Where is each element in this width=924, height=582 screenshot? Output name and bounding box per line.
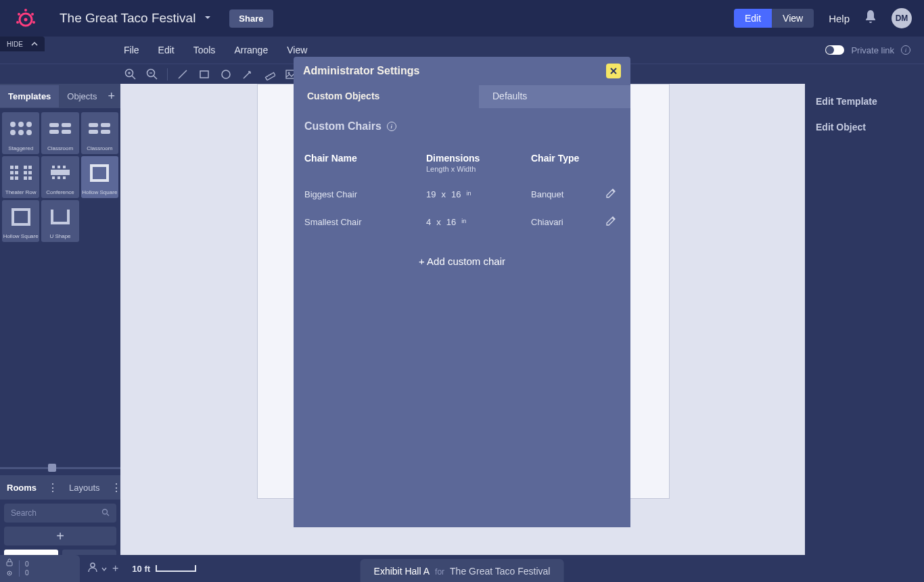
- search-input[interactable]: Search: [4, 504, 116, 523]
- edit-object-link[interactable]: Edit Object: [816, 122, 913, 132]
- private-link-label: Private link: [851, 45, 894, 55]
- add-room-button[interactable]: +: [4, 527, 116, 545]
- col-chair-type: Chair Type: [531, 153, 605, 164]
- template-classroom-2[interactable]: Classroom: [81, 112, 118, 154]
- template-size-slider[interactable]: [0, 462, 120, 475]
- private-link-toggle[interactable]: [825, 45, 844, 55]
- app-logo[interactable]: [12, 5, 39, 32]
- svg-point-24: [10, 122, 16, 127]
- chair-row: Biggest Chair 19 x 16 in Banquet: [304, 188, 620, 201]
- svg-rect-57: [91, 166, 108, 180]
- modal-section-title: Custom Chairs: [304, 120, 382, 132]
- svg-point-28: [18, 130, 24, 135]
- add-custom-chair-button[interactable]: + Add custom chair: [304, 256, 620, 267]
- footer-breadcrumb[interactable]: Exhibit Hall A for The Great Taco Festiv…: [361, 559, 564, 582]
- menu-tools[interactable]: Tools: [193, 45, 216, 55]
- info-icon[interactable]: i: [901, 45, 910, 55]
- svg-point-2: [24, 9, 27, 11]
- svg-rect-44: [24, 171, 27, 174]
- edit-chair-icon[interactable]: [605, 188, 626, 201]
- user-avatar[interactable]: DM: [892, 8, 912, 28]
- template-conference[interactable]: Conference: [41, 156, 78, 198]
- line-tool-icon[interactable]: [176, 68, 189, 81]
- ruler-tool-icon[interactable]: [262, 68, 276, 81]
- add-tab-icon[interactable]: +: [108, 89, 115, 103]
- left-sidebar: Templates Objects + Staggered Classroom …: [0, 84, 120, 582]
- chair-unit: in: [466, 190, 471, 197]
- arrow-tool-icon[interactable]: [241, 68, 254, 81]
- template-staggered[interactable]: Staggered: [2, 112, 39, 154]
- svg-line-14: [179, 70, 187, 78]
- svg-point-29: [26, 130, 32, 135]
- svg-line-12: [154, 76, 157, 79]
- svg-rect-39: [15, 166, 18, 169]
- lock-count: 0: [25, 560, 29, 568]
- template-u-shape[interactable]: U Shape: [41, 200, 78, 242]
- zoom-in-icon[interactable]: [124, 68, 137, 81]
- menu-arrange[interactable]: Arrange: [234, 45, 268, 55]
- template-hollow-square-2[interactable]: Hollow Square: [2, 200, 39, 242]
- top-header: The Great Taco Festival Share Edit View …: [0, 0, 924, 37]
- svg-rect-42: [10, 171, 14, 174]
- close-modal-button[interactable]: [606, 64, 621, 78]
- chair-name: Biggest Chair: [304, 189, 426, 199]
- rooms-options-icon[interactable]: ⋮: [43, 481, 62, 494]
- menu-view[interactable]: View: [287, 45, 307, 55]
- hide-sidebar-tab[interactable]: HIDE: [0, 37, 45, 51]
- rooms-tab[interactable]: Rooms: [0, 477, 43, 499]
- edit-template-link[interactable]: Edit Template: [816, 96, 913, 107]
- svg-rect-30: [49, 123, 59, 127]
- circle-tool-icon[interactable]: [219, 68, 233, 81]
- svg-rect-40: [24, 166, 27, 169]
- menu-file[interactable]: File: [124, 45, 139, 55]
- edit-chair-icon[interactable]: [605, 216, 626, 228]
- right-sidebar: Edit Template Edit Object: [805, 84, 924, 582]
- svg-rect-54: [52, 176, 55, 179]
- svg-point-1: [24, 18, 28, 22]
- svg-rect-37: [101, 130, 110, 134]
- chair-type: Chiavari: [531, 217, 605, 227]
- modal-tab-custom-objects[interactable]: Custom Objects: [294, 85, 479, 108]
- chevron-up-icon: [31, 41, 38, 48]
- svg-rect-41: [28, 166, 32, 169]
- edit-mode-button[interactable]: Edit: [734, 9, 772, 28]
- svg-point-5: [16, 21, 19, 24]
- templates-tab[interactable]: Templates: [0, 85, 59, 107]
- svg-rect-34: [89, 123, 98, 127]
- gear-icon: [5, 569, 14, 579]
- svg-rect-61: [7, 562, 12, 566]
- person-icon[interactable]: [87, 561, 99, 576]
- chevron-down-icon[interactable]: [101, 562, 107, 575]
- template-classroom-1[interactable]: Classroom: [41, 112, 78, 154]
- view-mode-button[interactable]: View: [772, 9, 814, 28]
- svg-rect-52: [57, 166, 60, 168]
- add-person-icon[interactable]: +: [112, 562, 118, 575]
- objects-tab[interactable]: Objects: [59, 85, 105, 107]
- layouts-tab[interactable]: Layouts: [62, 477, 107, 499]
- menu-edit[interactable]: Edit: [158, 45, 175, 55]
- chair-x: x: [441, 189, 446, 199]
- share-button[interactable]: Share: [229, 9, 273, 28]
- template-theater-row[interactable]: Theater Row: [2, 156, 39, 198]
- svg-rect-43: [15, 171, 18, 174]
- rectangle-tool-icon[interactable]: [198, 68, 211, 81]
- project-title[interactable]: The Great Taco Festival: [60, 11, 195, 26]
- svg-rect-32: [49, 130, 59, 134]
- notifications-icon[interactable]: [864, 10, 877, 26]
- modal-tab-defaults[interactable]: Defaults: [479, 85, 630, 108]
- svg-rect-53: [63, 166, 66, 168]
- svg-point-64: [91, 563, 95, 567]
- svg-point-16: [222, 70, 230, 78]
- col-chair-name: Chair Name: [304, 153, 426, 164]
- footer-hall-name: Exhibit Hall A: [374, 566, 430, 577]
- template-hollow-square-1[interactable]: Hollow Square: [81, 156, 118, 198]
- scale-ruler-icon: [156, 565, 196, 572]
- gear-count: 0: [25, 569, 29, 577]
- svg-point-6: [32, 21, 35, 24]
- lock-icon: [5, 558, 14, 568]
- project-dropdown-icon[interactable]: [204, 12, 212, 24]
- info-icon[interactable]: i: [387, 122, 396, 131]
- svg-rect-33: [62, 130, 71, 134]
- zoom-out-icon[interactable]: [145, 68, 159, 81]
- help-link[interactable]: Help: [829, 13, 850, 24]
